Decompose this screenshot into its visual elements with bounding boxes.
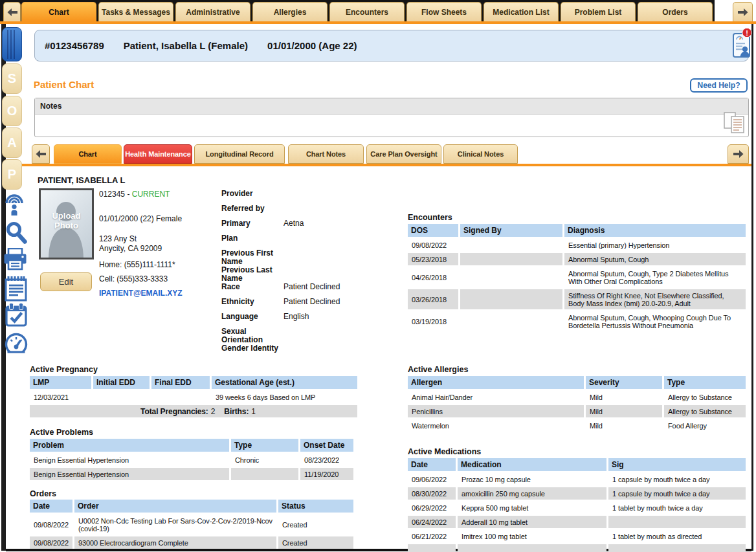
table-cell bbox=[231, 468, 298, 480]
top-tab-problem-list[interactable]: Problem List bbox=[561, 2, 636, 21]
table-row[interactable]: 06/29/2022Keppra 500 mg tablet1 tablet b… bbox=[408, 502, 746, 514]
table-row[interactable]: 09/08/2022U0002 Non-Cdc Testing Lab For … bbox=[30, 514, 353, 535]
table-row[interactable]: 09/08/2022 Essential (primary) Hypertens… bbox=[408, 239, 746, 251]
top-tab-medication-list[interactable]: Medication List bbox=[484, 2, 559, 21]
sidebar-chart-tab[interactable] bbox=[2, 27, 22, 61]
patient-photo-upload[interactable]: Upload Photo bbox=[39, 188, 94, 259]
table-cell bbox=[460, 311, 562, 331]
table-row[interactable]: Benign Essential Hypertension 11/19/2020 bbox=[30, 468, 353, 480]
chart-tabs-scroll-right-button[interactable] bbox=[728, 144, 749, 164]
notes-panel[interactable]: Notes bbox=[34, 98, 749, 137]
table-row[interactable]: 09/08/202293000 Electrocardiogram Comple… bbox=[30, 536, 353, 549]
table-cell: Benign Essential Hypertension bbox=[30, 468, 229, 480]
patient-id: #0123456789 bbox=[45, 40, 104, 51]
upload-photo-label: Upload Photo bbox=[41, 211, 92, 230]
sidebar-tab-assessment[interactable]: A bbox=[2, 127, 22, 158]
patient-card-alert-icon[interactable]: ! bbox=[731, 27, 756, 60]
top-tab-tasks-messages[interactable]: Tasks & Messages bbox=[98, 2, 173, 21]
column-header: DOS bbox=[408, 224, 458, 237]
patient-name-heading: PATIENT, ISABELLA L bbox=[38, 175, 126, 185]
table-row[interactable]: Benign Essential HypertensionChronic08/2… bbox=[30, 454, 353, 466]
table-row[interactable]: WatermelonMildFood Allergy bbox=[408, 419, 746, 432]
table-cell: Essential (primary) Hypertension bbox=[564, 239, 746, 251]
chart-tabs-scroll-left-button[interactable] bbox=[32, 144, 50, 164]
gauge-icon[interactable] bbox=[5, 332, 28, 360]
edit-button[interactable]: Edit bbox=[40, 272, 92, 291]
address-line2: Anycity, CA 92009 bbox=[99, 244, 162, 253]
table-cell: Abnormal Sputum, Cough bbox=[564, 253, 746, 265]
chart-tab-care-plan-oversight[interactable]: Care Plan Oversight bbox=[366, 144, 441, 164]
pregnancy-title: Active Pregnancy bbox=[30, 365, 98, 374]
tabs-scroll-right-button[interactable] bbox=[733, 2, 753, 21]
home-phone: Home: (555)111-1111* bbox=[99, 260, 175, 269]
allergies-title: Active Allergies bbox=[408, 365, 468, 374]
chart-tab-longitudinal-record[interactable]: Longitudinal Record bbox=[194, 144, 285, 164]
notes-list-icon[interactable] bbox=[5, 276, 27, 304]
table-cell: Animal Hair/Dander bbox=[408, 391, 584, 403]
table-row[interactable]: 03/26/2018 Stiffness Of Right Knee, Not … bbox=[408, 289, 746, 309]
table-row[interactable]: 06/24/2022Adderall 10 mg tablet bbox=[408, 516, 746, 528]
table-cell bbox=[608, 516, 746, 528]
table-cell: 1 capsule by mouth twice a day bbox=[608, 487, 746, 500]
field-label: Provider bbox=[221, 190, 284, 198]
notes-documents-icon[interactable] bbox=[724, 112, 746, 136]
sidebar-tab-objective[interactable]: O bbox=[2, 96, 22, 126]
sidebar-tab-plan[interactable]: P bbox=[2, 159, 22, 190]
sidebar-tab-subjective[interactable]: S bbox=[2, 63, 22, 94]
table-cell: Abnormal Sputum, Cough, Type 2 Diabetes … bbox=[564, 267, 746, 287]
table-row[interactable]: PenicillinsMildAllergy to Substance bbox=[408, 405, 746, 417]
table-cell: 06/21/2022 bbox=[408, 530, 456, 542]
field-label: Plan bbox=[221, 234, 284, 243]
column-header: Medication bbox=[458, 458, 606, 471]
table-cell: 09/08/2022 bbox=[408, 239, 458, 251]
demographic-field-row: LanguageEnglish bbox=[221, 313, 397, 321]
table-cell: Adderall 10 mg tablet bbox=[458, 516, 606, 528]
patient-banner: #0123456789 Patient, Isabella L (Female)… bbox=[34, 30, 749, 61]
top-tab-allergies[interactable]: Allergies bbox=[252, 2, 328, 21]
chart-tab-clinical-notes[interactable]: Clinical Notes bbox=[443, 144, 518, 164]
table-row[interactable] bbox=[408, 544, 746, 552]
patient-email-link[interactable]: IPATIENT@EMAIL.XYZ bbox=[99, 289, 183, 298]
top-tab-chart[interactable]: Chart bbox=[21, 2, 96, 21]
table-row[interactable]: 05/23/2018 Abnormal Sputum, Cough bbox=[408, 253, 746, 265]
column-header: Severity bbox=[586, 376, 662, 389]
column-header: Allergen bbox=[408, 376, 584, 389]
problems-table: ProblemTypeOnset DateBenign Essential Hy… bbox=[28, 437, 355, 482]
top-tab-flow-sheets[interactable]: Flow Sheets bbox=[406, 2, 482, 21]
table-cell: Allergy to Substance bbox=[664, 405, 746, 417]
chart-tabs-underline bbox=[6, 164, 751, 166]
table-cell: Prozac 10 mg capsule bbox=[458, 473, 606, 485]
table-row[interactable]: 09/06/2022Prozac 10 mg capsule1 capsule … bbox=[408, 473, 746, 485]
field-label: Previous Last Name bbox=[221, 266, 284, 283]
tabs-scroll-left-button[interactable] bbox=[3, 2, 21, 21]
top-tab-encounters[interactable]: Encounters bbox=[329, 2, 405, 21]
calendar-check-icon[interactable] bbox=[5, 303, 27, 330]
table-row[interactable]: Animal Hair/DanderMildAllergy to Substan… bbox=[408, 391, 746, 403]
print-icon[interactable] bbox=[3, 248, 27, 273]
table-cell: 93000 Electrocardiogram Complete bbox=[74, 536, 276, 549]
table-cell bbox=[93, 391, 150, 403]
record-number-line: 012345 - CURRENT bbox=[99, 190, 170, 199]
table-row[interactable]: 03/19/2018 Abnormal Sputum, Cough, Whoop… bbox=[408, 311, 746, 331]
table-cell: 12/03/2021 bbox=[30, 391, 91, 403]
chart-tab-chart[interactable]: Chart bbox=[54, 144, 122, 164]
summary-label: Total Pregnancies: bbox=[140, 407, 208, 416]
table-cell: Created bbox=[278, 536, 353, 549]
top-tab-administrative[interactable]: Administrative bbox=[175, 2, 250, 21]
search-icon[interactable] bbox=[5, 220, 29, 248]
table-row[interactable]: 06/21/2022Imitrex 100 mg tablet1 tablet … bbox=[408, 530, 746, 542]
need-help-button[interactable]: Need Help? bbox=[690, 78, 748, 93]
table-row[interactable]: 08/30/2022amoxicillin 250 mg capsule1 ca… bbox=[408, 487, 746, 500]
broadcast-person-icon[interactable] bbox=[3, 192, 25, 218]
table-row[interactable]: 12/03/2021 39 weeks 6 days Based on LMP bbox=[30, 391, 357, 403]
top-tab-orders[interactable]: Orders bbox=[638, 2, 713, 21]
encounters-table: DOSSigned ByDiagnosis09/08/2022 Essentia… bbox=[406, 222, 748, 333]
chart-tab-health-maintenance[interactable]: Health Maintenance bbox=[124, 144, 192, 164]
chart-tab-chart-notes[interactable]: Chart Notes bbox=[288, 144, 364, 164]
field-value: Patient Declined bbox=[284, 283, 340, 291]
table-row[interactable]: 04/26/2018 Abnormal Sputum, Cough, Type … bbox=[408, 267, 746, 287]
table-cell: Allergy to Substance bbox=[664, 391, 746, 403]
column-header: Date bbox=[408, 458, 456, 471]
svg-text:!: ! bbox=[746, 29, 748, 37]
allergies-table: AllergenSeverityTypeAnimal Hair/DanderMi… bbox=[406, 374, 748, 434]
